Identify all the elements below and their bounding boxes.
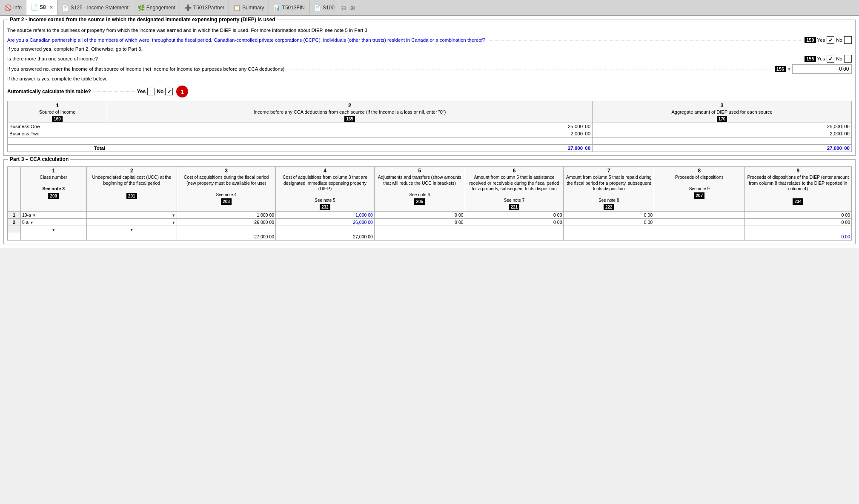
q1-yes-checkbox[interactable] [827,36,834,44]
engagement-tab-icon: 🌿 [137,4,145,11]
cca-table-row-empty: ▼ ▼ [8,226,852,233]
cca-row1-col9[interactable]: 0 00 [744,212,851,219]
cca-empty-col6[interactable] [465,226,564,233]
tab-s125-label: S125 - Income Statement [71,5,129,11]
s125-tab-icon: 📄 [62,4,69,11]
tab-s100[interactable]: 📄 S100 [309,0,339,15]
total-label-cell: Total [8,145,107,152]
col2-label: Income before any CCA deductions from ea… [109,109,590,115]
empty-row-source[interactable] [8,137,107,145]
tab-t5013fin-label: T5013FIN [282,5,305,11]
cca-row2-class[interactable]: 8-a ▼ [20,219,86,226]
cca-empty-col4[interactable] [276,226,375,233]
part2-table: 1 Source of income 160 2 Income before a… [7,101,852,152]
cca-row2-col4[interactable]: 26,000 00 [276,219,375,226]
cca-row1-col2[interactable]: ▼ [86,212,177,219]
q2-yes-checkbox[interactable] [827,55,834,63]
cca-row2-col3[interactable]: 26,000 00 [177,219,276,226]
r2c2-dd: ▼ [172,220,175,225]
cca-total-col3: 27,000 00 [177,233,276,241]
col2-badge: 165 [344,116,355,122]
table-row: Business Two 2,000 00 2,000 00 [8,130,852,137]
empty-row-col3[interactable] [593,137,852,145]
row2-col2[interactable]: 2,000 00 [107,130,593,137]
field-155-badge: 155 [805,56,816,62]
question1-text: Are you a Canadian partnership all of th… [7,37,485,43]
row2-col2-val: 2,000 [570,131,583,136]
total-col4-val: 27,000 [353,234,367,239]
info-tab-icon: 🚫 [4,4,11,11]
cca-empty-col2[interactable]: ▼ [86,226,177,233]
cca-row2-col5[interactable]: 0 00 [374,219,465,226]
cca-row1-col6[interactable]: 0 00 [465,212,564,219]
tab-t5013partner[interactable]: ➕ T5013Partner [180,0,229,15]
q1-dotted-line [487,40,802,40]
col3-label: Aggregate amount of DIEP used for each s… [594,109,850,115]
tab-summary[interactable]: 📋 Summary [229,0,269,15]
cca-row1-col8[interactable] [654,212,745,219]
row2-source[interactable]: Business Two [8,130,107,137]
tab-t5013fin[interactable]: 📊 T5013FIN [269,0,309,15]
tab-info-label: Info [13,5,22,11]
table-row-empty [8,137,852,145]
auto-calc-no-checkbox[interactable] [165,88,173,95]
cca-col7-header: 7 Amount from column 5 that is repaid du… [564,167,654,212]
cca-empty-col8[interactable] [654,226,745,233]
row1-col2[interactable]: 25,000 00 [107,123,593,130]
r2c6-cents: 00 [557,220,562,225]
cca-row1-col7[interactable]: 0 00 [564,212,654,219]
cca-row1-class[interactable]: 10-a ▼ [20,212,86,219]
cca-row2-col9[interactable]: 0 00 [744,219,851,226]
r1c2-dd: ▼ [172,213,175,218]
field156-value[interactable]: 0 00 [792,64,852,74]
total-col9-val: 0.00 [842,234,850,239]
s8-tab-icon: 📄 [31,4,38,11]
tab-info[interactable]: 🚫 Info [0,0,26,15]
cca-table-row: 2 8-a ▼ ▼ 26,000 00 26,000 00 [8,219,852,226]
empty-row-col2[interactable] [107,137,593,145]
cca-empty-col5[interactable] [374,226,465,233]
tab-s8-close[interactable]: ✕ [49,5,53,10]
question2-text: Is there more than one source of income? [7,56,98,61]
field156-dropdown-arrow: ▼ [787,67,791,72]
cca-row1-col4[interactable]: 1,000 00 [276,212,375,219]
q1-yes-no: Yes No [817,36,852,44]
cca-row2-col8[interactable] [654,219,745,226]
cca-col-rownum-header [8,167,21,212]
cca-empty-class[interactable]: ▼ [20,226,86,233]
part3-title: Part 3 – CCA calculation [8,156,70,162]
row1-col3[interactable]: 25,000 00 [593,123,852,130]
tab-s8-label: S8 [40,4,46,10]
col3-num: 3 [594,102,850,109]
row2-col3[interactable]: 2,000 00 [593,130,852,137]
nav-forward[interactable]: ⊕ [348,0,357,15]
q1-no-checkbox[interactable] [844,36,852,44]
cca-row2-col7[interactable]: 0 00 [564,219,654,226]
cca-row1-col3[interactable]: 1,000 00 [177,212,276,219]
cca-empty-col7[interactable] [564,226,654,233]
cca-row2-col6[interactable]: 0 00 [465,219,564,226]
r2c7-cents: 00 [647,220,653,225]
cca-empty-rownum [8,226,21,233]
col1-badge: 160 [52,116,63,122]
tab-engagement[interactable]: 🌿 Engagement [133,0,180,15]
cca-total-col7 [564,233,654,241]
r2c7-val: 0 [644,220,647,225]
tab-s100-label: S100 [323,5,335,11]
cca-row2-col2[interactable]: ▼ [86,219,177,226]
auto-calc-yes-checkbox[interactable] [147,88,155,95]
cca-row1-col5[interactable]: 0 00 [374,212,465,219]
q2-no-checkbox[interactable] [844,55,852,63]
row1-col2-val: 25,000 [568,124,583,129]
r1c3-val: 1,000 [257,212,268,218]
cca-empty-col9[interactable] [744,226,851,233]
tab-s8[interactable]: 📄 S8 ✕ [26,0,57,15]
row1-source[interactable]: Business One [8,123,107,130]
nav-back[interactable]: ⊖ [339,0,348,15]
r2c6-val: 0 [553,220,556,225]
summary-tab-icon: 📋 [233,4,241,11]
total-col2-cell[interactable]: 27,000 00 [107,145,593,152]
tab-s125[interactable]: 📄 S125 - Income Statement [57,0,133,15]
total-col3-cell[interactable]: 27,000 00 [593,145,852,152]
cca-empty-col3[interactable] [177,226,276,233]
